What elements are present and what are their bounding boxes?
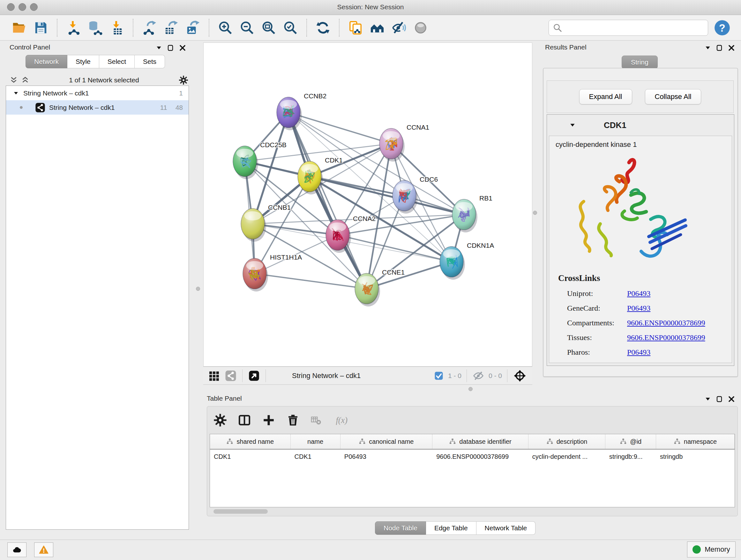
entry-collapse-caret-icon[interactable] <box>569 122 576 128</box>
table-horizontal-scrollbar[interactable] <box>213 509 268 514</box>
float-panel-icon[interactable] <box>716 44 723 52</box>
network-edge-CCNB2-CCNA1[interactable] <box>288 112 391 144</box>
search-box[interactable] <box>549 20 708 36</box>
network-node-CCNA2[interactable]: CCNA2 <box>326 215 376 253</box>
column-header--id[interactable]: @id <box>605 434 656 449</box>
tab-style[interactable]: Style <box>67 55 99 68</box>
panel-menu-icon[interactable] <box>704 45 711 51</box>
expand-all-networks-icon[interactable] <box>10 76 18 84</box>
network-edge-CCNA2-CDKN1A[interactable] <box>338 235 452 262</box>
network-node-RB1[interactable]: RB1 <box>452 194 492 233</box>
panel-menu-icon[interactable] <box>156 45 162 51</box>
expand-all-button[interactable]: Expand All <box>579 89 632 105</box>
delete-column-trash-icon[interactable] <box>286 414 300 427</box>
left-splitter-handle[interactable] <box>196 287 200 291</box>
bottom-splitter-handle[interactable] <box>468 387 473 391</box>
network-node-CDKN1A[interactable]: CDKN1A <box>440 242 494 280</box>
tab-network-table[interactable]: Network Table <box>476 521 536 535</box>
column-header-shared-name[interactable]: shared name <box>210 434 291 449</box>
network-tree-item-row[interactable]: String Network – cdk1 11 48 <box>6 100 189 115</box>
result-entry-body: cyclin-dependent kinase 1 <box>549 136 732 363</box>
zoom-out-button[interactable] <box>239 19 256 37</box>
network-tree: String Network – cdk1 1 String Network –… <box>6 85 189 530</box>
network-edge-CDKN1A-CCNE1[interactable] <box>367 262 452 289</box>
close-panel-icon[interactable] <box>179 44 186 52</box>
network-edge-HIST1H1A-CCNE1[interactable] <box>255 273 367 289</box>
refresh-view-button[interactable] <box>314 19 332 37</box>
home-view-button[interactable] <box>368 19 386 37</box>
network-edge-CDK1-RB1[interactable] <box>310 177 464 214</box>
result-entry-header[interactable]: CDK1 <box>547 115 734 136</box>
warnings-button[interactable] <box>34 543 53 557</box>
export-image-button[interactable] <box>184 19 201 37</box>
column-header-name[interactable]: name <box>291 434 340 449</box>
close-panel-icon[interactable] <box>728 395 735 403</box>
close-panel-icon[interactable] <box>728 44 735 52</box>
import-database-button[interactable] <box>86 19 104 37</box>
collapse-all-button[interactable]: Collapse All <box>645 89 701 105</box>
selected-checkbox-icon[interactable] <box>434 371 444 381</box>
column-label: namespace <box>684 438 717 445</box>
grid-view-button[interactable] <box>208 370 220 381</box>
column-header-namespace[interactable]: namespace <box>656 434 735 449</box>
zoom-fit-button[interactable] <box>260 19 277 37</box>
zoom-in-button[interactable] <box>217 19 234 37</box>
collapse-all-networks-icon[interactable] <box>21 76 29 84</box>
export-table-button[interactable] <box>162 19 180 37</box>
table-settings-gear-icon[interactable] <box>213 414 227 427</box>
tab-node-table[interactable]: Node Table <box>375 521 426 535</box>
add-column-icon[interactable] <box>262 414 275 427</box>
result-entry-cdk1: CDK1 cyclin-dependent kinase 1 <box>547 114 734 366</box>
tree-expand-caret-icon[interactable] <box>13 90 19 96</box>
search-input[interactable] <box>562 21 704 35</box>
import-table-button[interactable] <box>108 19 125 37</box>
tab-network[interactable]: Network <box>25 55 67 68</box>
network-node-HIST1H1A[interactable]: HIST1H1A <box>243 253 302 292</box>
node-table[interactable]: shared namenamecanonical namedatabase id… <box>210 434 735 507</box>
string-style-button[interactable] <box>225 370 237 381</box>
open-session-button[interactable] <box>10 19 28 37</box>
network-canvas[interactable]: CCNB2CCNA1CDC25BCDK1CDC6RB1CCNB1CCNA2CDK… <box>203 43 532 367</box>
column-type-icon <box>546 438 553 445</box>
zoom-selected-button[interactable] <box>282 19 299 37</box>
crosslink-link[interactable]: 9606.ENSP00000378699 <box>627 319 705 327</box>
save-session-button[interactable] <box>32 19 50 37</box>
tab-edge-table[interactable]: Edge Table <box>426 521 476 535</box>
network-graph[interactable]: CCNB2CCNA1CDC25BCDK1CDC6RB1CCNB1CCNA2CDK… <box>204 43 532 366</box>
float-panel-icon[interactable] <box>716 395 723 403</box>
birdseye-view-button[interactable] <box>248 370 260 381</box>
column-header-database-identifier[interactable]: database identifier <box>432 434 529 449</box>
crosslink-link[interactable]: 9606.ENSP00000378699 <box>627 333 705 342</box>
title-bar: Session: New Session <box>0 0 741 15</box>
network-tree-root-row[interactable]: String Network – cdk1 1 <box>6 86 189 100</box>
save-session-icon <box>33 20 48 35</box>
table-row[interactable]: CDK1CDK1P064939606.ENSP00000378699cyclin… <box>210 449 735 463</box>
tab-select[interactable]: Select <box>99 55 135 68</box>
fit-selected-crosshair-button[interactable] <box>513 369 527 382</box>
crosslink-link[interactable]: P06493 <box>627 304 650 313</box>
crosslink-link[interactable]: P06493 <box>627 289 650 298</box>
results-panel-tab-string[interactable]: String <box>622 56 658 69</box>
import-database-icon <box>88 20 103 35</box>
column-header-description[interactable]: description <box>529 434 605 449</box>
right-splitter-handle[interactable] <box>533 211 537 215</box>
show-columns-icon[interactable] <box>238 414 251 427</box>
column-label: shared name <box>237 438 274 445</box>
memory-button[interactable]: Memory <box>687 542 736 557</box>
help-button[interactable] <box>714 19 731 36</box>
network-node-CCNE1[interactable]: CCNE1 <box>355 268 405 307</box>
network-options-gear-icon[interactable] <box>179 75 188 85</box>
export-network-button[interactable] <box>141 19 158 37</box>
show-eye-button[interactable] <box>412 19 429 37</box>
float-panel-icon[interactable] <box>166 44 174 52</box>
cloud-status-button[interactable] <box>7 543 26 557</box>
clone-network-button[interactable] <box>347 19 364 37</box>
column-header-canonical-name[interactable]: canonical name <box>340 434 432 449</box>
crosslink-link[interactable]: P06493 <box>627 348 650 357</box>
network-node-CDC6[interactable]: CDC6 <box>393 176 438 213</box>
panel-menu-icon[interactable] <box>704 396 711 402</box>
network-edge-CCNB2-CCNE1[interactable] <box>288 112 367 289</box>
hide-eye-button[interactable] <box>390 19 408 37</box>
import-network-button[interactable] <box>65 19 82 37</box>
tab-sets[interactable]: Sets <box>135 55 165 68</box>
